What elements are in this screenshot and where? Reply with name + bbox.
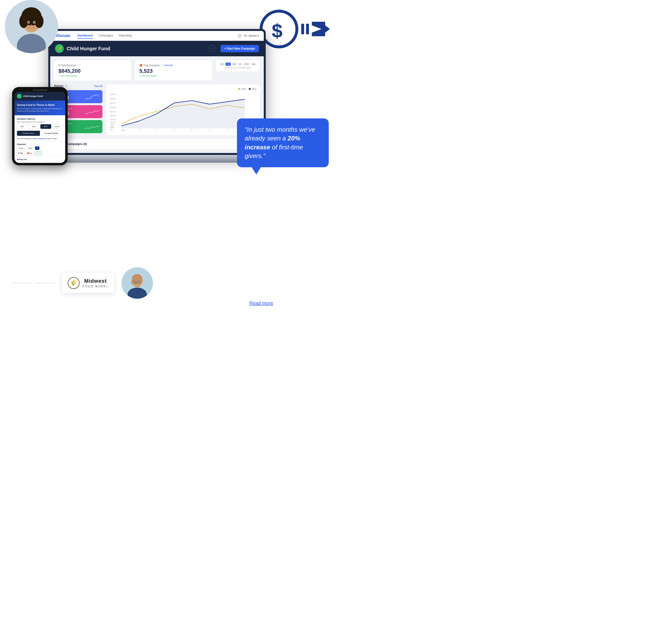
svg-text:5: 5 [191,129,193,131]
chart-legend: 2020 2021 [110,88,257,90]
midwest-food-bank-logo: 🌾 Midwest FOOD BANK® [62,273,114,293]
phone-hero-title: Giving Food to Those in Need [17,104,63,106]
phone-org-logo [17,94,22,98]
svg-point-8 [19,14,28,28]
total-donations-card: 🎁 Total Donations ⓘ View All 5,523 ↗ 6% … [135,60,212,80]
laptop-container: iiDonate Dashboard Campaigns Reporting H… [48,29,266,163]
phone-org-name: Child Hunger Fund [23,95,43,97]
amount-50[interactable]: $50 [29,124,40,129]
nav-tab-dashboard[interactable]: Dashboard [77,33,93,39]
time-btn-1w[interactable]: 1W [219,62,225,66]
svg-text:$4K: $4K [110,126,114,128]
svg-text:$12K: $12K [110,121,116,124]
midwest-name: Midwest [83,278,108,284]
total-revenue-value: $845,200 [58,68,127,74]
total-revenue-change: ↗ 12% This Month [58,75,127,77]
svg-text:$: $ [272,20,283,40]
time-btn-1m[interactable]: 1M [226,62,231,66]
time-btn-3m[interactable]: 3M [232,62,237,66]
svg-point-46 [132,274,142,284]
svg-point-14 [30,24,32,26]
amount-100[interactable]: $100 [52,124,63,129]
credit-option[interactable]: Credit [17,147,25,150]
time-btn-all[interactable]: ALL [251,62,257,66]
svg-text:7: 7 [227,129,228,131]
phone-container: Child Hunger Fund Giving Food to Those i… [12,87,68,165]
payment-title: Payment [17,143,63,146]
time-filter-panel: 1W 1M 3M 1Y YTD ALL From Jan 1st - Jan 3… [216,60,260,71]
line-decoration-left [12,283,31,283]
amount-75[interactable]: $75 [40,124,51,129]
debit-option[interactable]: Debit [26,147,34,150]
svg-rect-1 [301,24,304,34]
nav-right: Hi, James ▾ [238,34,259,38]
dashboard-screen: iiDonate Dashboard Campaigns Reporting H… [50,31,264,153]
speech-bubble: "In just two months we've already seen a… [237,119,329,167]
svg-text:$20K: $20K [110,115,116,117]
applepay-option[interactable]: 🍎Pay [26,151,33,155]
svg-text:$0: $0 [110,129,113,131]
campaigns-title: Active Campaigns (6) [57,142,257,146]
svg-point-12 [28,22,29,24]
amount-25[interactable]: $25 [17,124,28,129]
phone-frame: Child Hunger Fund Giving Food to Those i… [12,87,68,165]
pause-forward-icon [301,21,331,37]
echeck-option[interactable]: echeck [35,151,42,155]
payment-options-row1: Credit Debit P [17,147,63,150]
donation-options-title: Donation Options [17,118,63,120]
laptop-base [43,155,271,160]
donation-question: How much would you like to donate? [17,121,63,123]
svg-text:2: 2 [138,129,139,131]
divider [17,141,63,142]
org-name: Child Hunger Fund [67,46,209,51]
dashboard-nav: iiDonate Dashboard Campaigns Reporting H… [50,31,264,41]
svg-text:6: 6 [209,129,210,131]
revenue-chart: $40K $36K $32K $28K $24K $20K $16K $12K … [110,92,257,131]
donate-once-button[interactable]: Donate Once [17,131,40,136]
svg-marker-3 [312,22,330,36]
phone-body: Donation Options How much would you like… [14,115,65,163]
settings-icon[interactable] [238,34,242,38]
donation-impact-text: Your $75 donation provides 55 Meals to k… [17,138,63,140]
total-donations-value: 5,523 [139,68,208,74]
wheat-icon: 🌾 [68,277,80,289]
testimonial-text: "In just two months we've already seen a… [245,125,321,161]
svg-point-9 [35,14,43,28]
phone-hero-text: With your support, we bring hope, dignit… [17,108,63,113]
donations-view-all-link[interactable]: View All [164,64,173,67]
laptop-foot [48,160,266,163]
donate-monthly-button[interactable]: Donate Monthly [40,131,63,136]
stats-row: $ Total Revenue ⓘ $845,200 ↗ 12% This Mo… [54,60,260,80]
amount-buttons: $25 $50 $75 $100 [17,124,63,129]
nav-tabs: Dashboard Campaigns Reporting [77,33,238,39]
time-btn-1y[interactable]: 1Y [238,62,243,66]
gpay-option[interactable]: G Pay [17,151,24,155]
svg-text:$32K: $32K [110,102,116,104]
midwest-text: Midwest FOOD BANK® [83,278,108,288]
total-donations-label: 🎁 Total Donations ⓘ View All [139,63,208,67]
more-options-button[interactable]: ··· [209,45,216,52]
time-btn-ytd[interactable]: YTD [244,62,250,66]
dashboard-header: 🌾 Child Hunger Fund ··· + Start New Camp… [50,41,264,56]
svg-text:4: 4 [174,129,175,131]
svg-text:$16K: $16K [110,119,116,121]
svg-text:$40K: $40K [110,93,116,95]
svg-text:$24K: $24K [110,111,116,113]
app-logo: iiDonate [55,34,70,38]
user-greeting[interactable]: Hi, James ▾ [244,34,259,37]
read-more-link[interactable]: Read more [249,300,273,306]
nav-tab-reporting[interactable]: Reporting [119,33,132,39]
payment-options-row2: G Pay 🍎Pay echeck [17,151,63,155]
man-photo [121,267,153,299]
laptop-screen: iiDonate Dashboard Campaigns Reporting H… [48,29,266,155]
total-donations-change: ↗ 6% This Month [139,75,208,77]
legend-2020: 2020 [238,88,246,90]
start-campaign-button[interactable]: + Start New Campaign [221,45,259,52]
phone-nav: Child Hunger Fund [14,92,65,100]
paypal-option[interactable]: P [35,147,39,150]
active-campaigns-panel: Active Campaigns (6) [54,139,260,149]
time-range-label: From Jan 1st - Jan 30th 2021 [219,67,257,69]
phone-hero: Giving Food to Those in Need With your s… [14,100,65,115]
donors-view-all[interactable]: View All [94,85,102,87]
nav-tab-campaigns[interactable]: Campaigns [98,33,113,39]
